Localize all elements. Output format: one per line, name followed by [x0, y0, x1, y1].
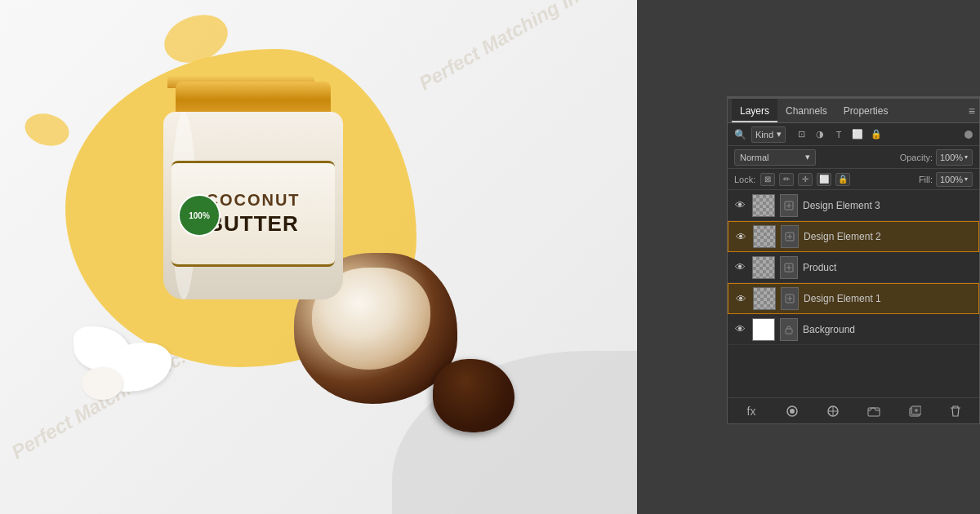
layer-name-design-element-3: Design Element 3 — [803, 200, 974, 211]
svg-rect-18 — [868, 408, 880, 416]
layer-name-background: Background — [803, 324, 974, 335]
fill-label: Fill: — [919, 175, 933, 184]
fill-control: Fill: 100% ▾ — [919, 172, 973, 187]
panel-menu-icon[interactable]: ≡ — [969, 104, 975, 117]
jar-label: 100% COCONUT BUTTER — [172, 161, 335, 267]
add-mask-icon[interactable] — [783, 402, 801, 420]
label-butter-text: BUTTER — [207, 211, 298, 237]
delete-layer-icon[interactable] — [947, 402, 964, 420]
layer-visibility-product[interactable]: 👁 — [733, 260, 747, 275]
lock-paint-icon[interactable]: ✏ — [779, 173, 794, 186]
lock-all-icon[interactable]: 🔒 — [835, 173, 850, 186]
coconut-shavings — [65, 318, 196, 416]
search-icon: 🔍 — [734, 129, 746, 140]
opacity-label: Opacity: — [900, 153, 933, 162]
tab-layers[interactable]: Layers — [732, 99, 777, 122]
layer-row-background[interactable]: 👁 Background — [728, 314, 979, 345]
lock-artboard-icon[interactable]: ⬜ — [817, 173, 831, 186]
svg-rect-12 — [786, 329, 792, 334]
lock-row: Lock: ⊠ ✏ ✛ ⬜ 🔒 Fill: 100% ▾ — [728, 169, 979, 190]
filter-pixel-icon[interactable]: ⊡ — [794, 127, 808, 142]
layer-thumbnail-background — [752, 318, 775, 341]
layers-panel: Layers Channels Properties ≡ 🔍 Kind ▾ ⊡ … — [727, 98, 980, 424]
layer-lock-background — [780, 318, 798, 341]
filter-row: 🔍 Kind ▾ ⊡ ◑ T ⬜ 🔒 — [728, 123, 979, 146]
filter-toggle-dot[interactable] — [964, 131, 973, 139]
tab-channels[interactable]: Channels — [777, 99, 835, 122]
layer-link-icon-design-element-2 — [781, 225, 799, 248]
svg-point-14 — [790, 409, 795, 414]
layer-thumbnail-product — [752, 256, 775, 279]
layer-row-product[interactable]: 👁 Product — [728, 252, 979, 283]
layer-name-product: Product — [803, 262, 974, 273]
label-coconut-text: COCONUT — [206, 191, 300, 210]
filter-type-icon[interactable]: T — [831, 127, 846, 142]
layer-row-design-element-3[interactable]: 👁 Design Element 3 — [728, 190, 979, 221]
layer-name-design-element-1: Design Element 1 — [804, 293, 973, 304]
blend-mode-row: Normal ▾ Opacity: 100% ▾ — [728, 146, 979, 169]
create-fill-icon[interactable] — [824, 402, 842, 420]
create-group-icon[interactable] — [865, 402, 883, 420]
lock-move-icon[interactable]: ✛ — [798, 173, 813, 186]
product-canvas: Perfect Matching Inc. Perfect Matching I… — [0, 0, 637, 514]
layer-thumbnail-design-element-1 — [753, 287, 776, 310]
panel-tab-bar: Layers Channels Properties ≡ — [728, 99, 979, 123]
lock-pixels-icon[interactable]: ⊠ — [760, 173, 775, 186]
layer-row-design-element-1[interactable]: 👁 Design Element 1 — [728, 283, 979, 314]
opacity-input[interactable]: 100% ▾ — [936, 149, 973, 166]
panel-bottom-toolbar: fx — [728, 397, 979, 423]
layer-row-design-element-2[interactable]: 👁 Design Element 2 — [728, 221, 979, 252]
opacity-control: Opacity: 100% ▾ — [900, 149, 973, 166]
filter-type-icons: ⊡ ◑ T ⬜ 🔒 — [794, 127, 884, 142]
jar-body: 100% COCONUT BUTTER — [163, 112, 343, 299]
watermark-top: Perfect Matching Inc. — [415, 0, 597, 95]
layer-visibility-design-element-3[interactable]: 👁 — [733, 198, 747, 213]
layer-visibility-background[interactable]: 👁 — [733, 322, 747, 337]
create-layer-icon[interactable] — [906, 402, 924, 420]
fill-input[interactable]: 100% ▾ — [936, 172, 973, 187]
filter-smart-icon[interactable]: 🔒 — [869, 127, 884, 142]
filter-adjustment-icon[interactable]: ◑ — [813, 127, 827, 142]
add-layer-style-icon[interactable]: fx — [742, 402, 760, 420]
layer-link-icon-product — [780, 256, 798, 279]
kind-dropdown[interactable]: Kind ▾ — [751, 126, 786, 143]
lock-label: Lock: — [734, 175, 755, 184]
layer-name-design-element-2: Design Element 2 — [804, 231, 973, 242]
layer-visibility-design-element-1[interactable]: 👁 — [733, 291, 748, 306]
tab-properties[interactable]: Properties — [835, 99, 897, 122]
label-100-badge: 100% — [178, 194, 220, 237]
photoshop-panel: ▲▼ Layers Channels Properties ≡ 🔍 Kind ▾… — [637, 0, 980, 514]
layer-link-icon-design-element-3 — [780, 194, 798, 217]
blend-mode-dropdown[interactable]: Normal ▾ — [734, 149, 816, 166]
product-jar: 100% COCONUT BUTTER — [163, 82, 343, 310]
lock-icons: ⊠ ✏ ✛ ⬜ 🔒 — [760, 173, 850, 186]
layer-link-icon-design-element-1 — [781, 287, 799, 310]
filter-shape-icon[interactable]: ⬜ — [850, 127, 865, 142]
layer-thumbnail-design-element-2 — [753, 225, 776, 248]
layer-visibility-design-element-2[interactable]: 👁 — [733, 229, 748, 244]
coconut-half-small — [433, 359, 514, 432]
layer-thumbnail-design-element-3 — [752, 194, 775, 217]
background-blob-small-2 — [21, 109, 73, 151]
